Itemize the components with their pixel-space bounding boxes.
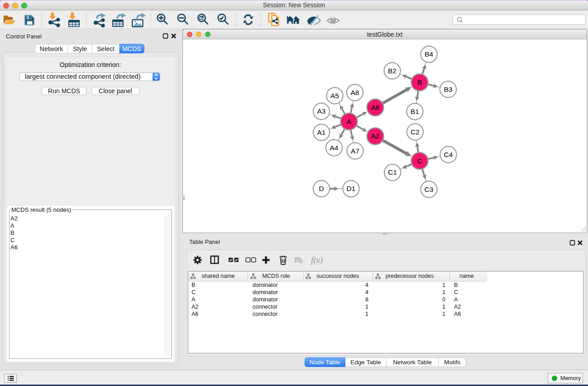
- svg-text:A1: A1: [317, 129, 326, 136]
- svg-text:B: B: [417, 78, 422, 86]
- svg-text:A2: A2: [371, 132, 380, 140]
- svg-text:B2: B2: [388, 67, 397, 75]
- svg-text:A5: A5: [330, 92, 339, 100]
- svg-text:A7: A7: [351, 147, 359, 155]
- svg-text:B4: B4: [425, 50, 433, 58]
- svg-text:C1: C1: [388, 168, 397, 176]
- svg-text:A8: A8: [351, 89, 359, 96]
- svg-text:B1: B1: [411, 108, 419, 115]
- svg-text:C2: C2: [411, 128, 420, 136]
- svg-text:f(x): f(x): [311, 255, 323, 265]
- svg-text:A4: A4: [330, 144, 339, 152]
- svg-text:A6: A6: [371, 104, 380, 111]
- svg-text:C4: C4: [444, 151, 453, 158]
- svg-text:D1: D1: [347, 185, 356, 192]
- svg-text:C: C: [417, 157, 422, 165]
- svg-text:B3: B3: [444, 86, 453, 93]
- svg-text:A3: A3: [317, 107, 326, 115]
- svg-text:A: A: [347, 118, 352, 125]
- svg-text:C3: C3: [425, 186, 434, 193]
- svg-text:D: D: [319, 185, 324, 192]
